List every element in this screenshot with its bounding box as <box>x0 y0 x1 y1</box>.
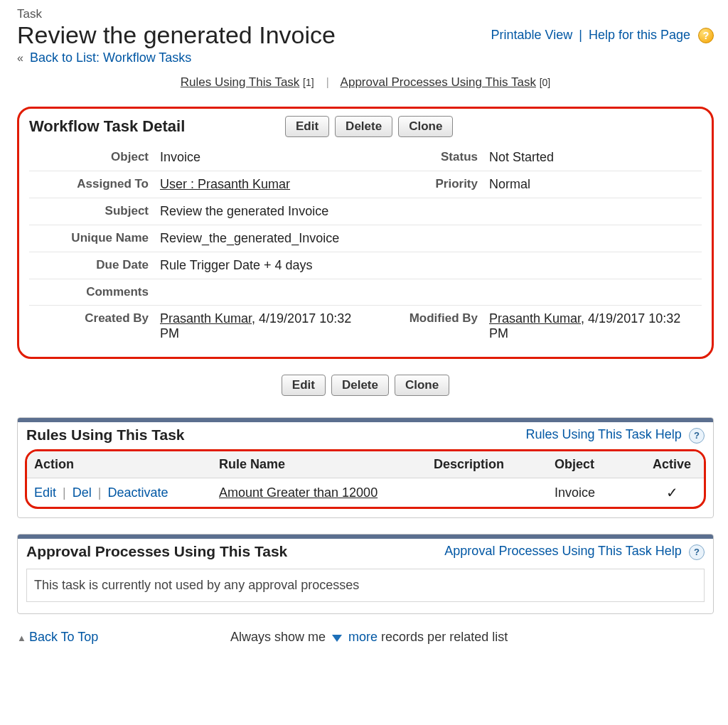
priority-value: Normal <box>483 171 702 198</box>
check-icon: ✓ <box>666 485 678 500</box>
comments-value <box>154 279 702 306</box>
rules-panel: Rules Using This Task Rules Using This T… <box>17 417 714 518</box>
rules-anchor-link[interactable]: Rules Using This Task <box>181 75 300 89</box>
back-to-top-link[interactable]: ▲Back To Top <box>17 630 230 645</box>
approvals-empty-msg: This task is currently not used by any a… <box>26 569 705 602</box>
help-icon[interactable]: ? <box>689 428 705 444</box>
printable-view-link[interactable]: Printable View <box>491 28 572 42</box>
footer-text-before: Always show me <box>230 630 329 644</box>
unique-name-label: Unique Name <box>29 225 154 252</box>
rule-object: Invoice <box>547 478 640 508</box>
rule-deactivate-link[interactable]: Deactivate <box>107 485 168 500</box>
breadcrumb: Task <box>17 7 714 21</box>
help-icon[interactable]: ? <box>689 544 705 560</box>
clone-button[interactable]: Clone <box>398 116 453 137</box>
approvals-count: [0] <box>540 77 551 88</box>
clone-button-bottom[interactable]: Clone <box>395 375 449 396</box>
workflow-task-detail-panel: Workflow Task Detail Edit Delete Clone O… <box>17 107 714 359</box>
edit-button-bottom[interactable]: Edit <box>282 375 326 396</box>
rule-del-link[interactable]: Del <box>73 485 92 500</box>
created-by-label: Created By <box>29 306 154 348</box>
caret-up-icon: ▲ <box>17 633 26 643</box>
approvals-panel: Approval Processes Using This Task Appro… <box>17 534 714 614</box>
rule-description <box>427 478 547 508</box>
due-date-label: Due Date <box>29 252 154 279</box>
approvals-anchor-link[interactable]: Approval Processes Using This Task <box>341 75 536 89</box>
status-value: Not Started <box>483 144 702 171</box>
modified-by-name[interactable]: Prasanth Kumar <box>489 311 581 326</box>
triangle-down-icon[interactable] <box>332 635 342 642</box>
back-chevron-icon: « <box>17 52 23 64</box>
detail-title: Workflow Task Detail <box>29 117 285 136</box>
approvals-help-link[interactable]: Approval Processes Using This Task Help <box>444 544 681 558</box>
col-active: Active <box>640 451 704 478</box>
subject-label: Subject <box>29 198 154 225</box>
col-object: Object <box>547 451 640 478</box>
more-link[interactable]: more <box>348 630 378 644</box>
object-label: Object <box>29 144 154 171</box>
rules-panel-title: Rules Using This Task <box>26 426 185 444</box>
rule-name-link[interactable]: Amount Greater than 12000 <box>219 485 378 500</box>
col-action: Action <box>27 451 212 478</box>
rule-edit-link[interactable]: Edit <box>34 485 56 500</box>
separator: | <box>579 28 582 42</box>
unique-name-value: Review_the_generated_Invoice <box>154 225 702 252</box>
back-to-list-link[interactable]: Back to List: Workflow Tasks <box>30 50 191 65</box>
edit-button[interactable]: Edit <box>285 116 329 137</box>
object-value: Invoice <box>154 144 373 171</box>
approvals-panel-title: Approval Processes Using This Task <box>26 543 287 560</box>
subject-value: Review the generated Invoice <box>154 198 702 225</box>
comments-label: Comments <box>29 279 154 306</box>
assigned-to-label: Assigned To <box>29 171 154 198</box>
modified-by-label: Modified By <box>373 306 483 348</box>
col-description: Description <box>427 451 547 478</box>
assigned-to-value[interactable]: User : Prasanth Kumar <box>160 177 290 191</box>
help-page-link[interactable]: Help for this Page <box>589 28 690 42</box>
rules-count: [1] <box>303 77 314 88</box>
divider: | <box>326 75 328 89</box>
help-icon[interactable]: ? <box>698 28 714 43</box>
created-by-name[interactable]: Prasanth Kumar <box>160 311 252 326</box>
table-row: Edit | Del | Deactivate Amount Greater t… <box>27 478 704 508</box>
priority-label: Priority <box>373 171 483 198</box>
col-rule-name: Rule Name <box>212 451 427 478</box>
due-date-value: Rule Trigger Date + 4 days <box>154 252 702 279</box>
delete-button[interactable]: Delete <box>335 116 392 137</box>
footer-text-after: records per related list <box>381 630 508 644</box>
rules-help-link[interactable]: Rules Using This Task Help <box>525 427 681 441</box>
delete-button-bottom[interactable]: Delete <box>331 375 389 396</box>
status-label: Status <box>373 144 483 171</box>
